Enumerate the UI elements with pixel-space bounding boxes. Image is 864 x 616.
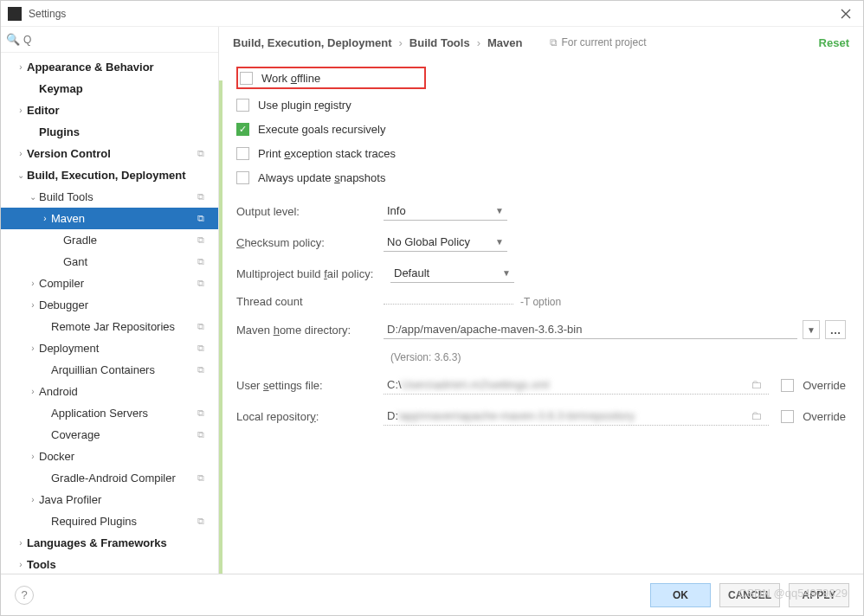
tree-item[interactable]: ›Deployment⧉ [1,337,218,359]
chevron-right-icon: › [15,62,27,72]
tree-item-label: Gradle [63,234,197,247]
local-repo-override[interactable]: Override [781,410,846,423]
user-settings-label: User settings file: [236,379,384,392]
tree-item[interactable]: ›Version Control⧉ [1,143,218,164]
folder-icon[interactable]: 🗀 [751,378,762,391]
checksum-label: Checksum policy: [236,236,384,249]
breadcrumb[interactable]: Maven [487,36,522,49]
modified-indicator [219,80,222,574]
plugin-registry-checkbox[interactable] [236,99,249,112]
work-offline-label: Work offline [261,72,320,85]
chevron-right-icon: › [27,495,39,504]
breadcrumb[interactable]: Build Tools [409,36,470,49]
close-button[interactable] [835,3,856,24]
chevron-right-icon: › [398,36,402,49]
tree-item-label: Keymap [39,82,218,95]
tree-item-label: Docker [39,450,218,463]
thread-count-label: Thread count [236,295,384,308]
user-settings-value: C:\ [387,378,402,391]
reset-link[interactable]: Reset [819,36,849,49]
tree-item[interactable]: ›Editor [1,99,218,121]
tree-item[interactable]: Coverage⧉ [1,424,218,446]
chevron-right-icon: › [15,106,27,115]
copy-icon: ⧉ [197,256,213,267]
search-bar[interactable]: 🔍 [1,27,218,53]
maven-home-browse-button[interactable]: … [825,320,846,339]
chevron-down-icon: ⌄ [15,170,27,180]
tree-item[interactable]: ›Maven⧉ [1,208,218,229]
search-input[interactable] [23,34,213,46]
folder-icon[interactable]: 🗀 [751,409,762,422]
local-repo-input[interactable]: D: \app\maven\apache-maven-3.6.3-bin\rep… [384,407,769,426]
apply-button[interactable]: APPLY [789,583,849,607]
tree-item[interactable]: ›Android [1,381,218,402]
tree-item-label: Gradle-Android Compiler [51,472,197,484]
tree-item[interactable]: ›Java Profiler [1,489,218,510]
tree-item[interactable]: Plugins [1,121,218,143]
tree-item[interactable]: ›Compiler⧉ [1,273,218,294]
tree-item[interactable]: Required Plugins⧉ [1,510,218,532]
chevron-right-icon: › [15,538,27,548]
thread-count-input[interactable] [384,298,513,305]
tree-item-label: Editor [27,104,218,117]
multiproject-select[interactable]: Default ▼ [390,264,514,283]
button-bar: ? OK CANCEL APPLY [1,574,863,615]
help-button[interactable]: ? [15,586,34,605]
print-exception-checkbox[interactable] [236,147,249,160]
copy-icon: ⧉ [197,472,213,484]
always-update-checkbox[interactable] [236,171,249,184]
execute-recursive-label: Execute goals recursively [258,123,385,136]
tree-item[interactable]: ›Docker [1,446,218,467]
tree-item[interactable]: ⌄Build Tools⧉ [1,186,218,208]
output-level-value: Info [387,204,406,217]
copy-icon: ⧉ [197,148,213,159]
project-scope-badge: ⧉ For current project [550,36,646,48]
breadcrumb-row: Build, Execution, Deployment › Build Too… [219,27,863,58]
tree-item[interactable]: Gradle-Android Compiler⧉ [1,467,218,489]
tree-item[interactable]: ›Tools [1,554,218,574]
copy-icon: ⧉ [197,364,213,375]
tree-item[interactable]: Gant⧉ [1,251,218,273]
close-icon [841,9,851,19]
output-level-select[interactable]: Info ▼ [384,202,507,221]
override-checkbox[interactable] [781,410,794,423]
copy-icon: ⧉ [197,407,213,419]
chevron-right-icon: › [477,36,480,49]
tree-item-label: Appearance & Behavior [27,61,218,74]
execute-recursive-checkbox[interactable]: ✓ [236,123,249,136]
tree-item[interactable]: ›Debugger [1,294,218,316]
tree-item[interactable]: ⌄Build, Execution, Deployment [1,164,218,186]
tree-item[interactable]: ›Appearance & Behavior [1,56,218,78]
chevron-down-icon: ▼ [495,237,504,247]
print-exception-label: Print exception stack traces [258,147,396,160]
maven-home-dropdown[interactable]: ▼ [803,320,820,339]
cancel-button[interactable]: CANCEL [719,583,780,607]
tree-item[interactable]: Remote Jar Repositories⧉ [1,316,218,337]
output-level-label: Output level: [236,205,384,218]
form-area: Work offline Use plugin registry ✓ Execu… [219,58,863,574]
ok-button[interactable]: OK [650,583,711,607]
chevron-right-icon: › [27,387,39,396]
tree-item[interactable]: Keymap [1,78,218,99]
tree-item-label: Maven [51,212,197,225]
tree-item-label: Java Profiler [39,493,218,506]
tree-item[interactable]: Arquillian Containers⧉ [1,359,218,381]
window-title: Settings [29,8,835,20]
user-settings-override[interactable]: Override [781,379,846,392]
multiproject-label: Multiproject build fail policy: [236,267,390,280]
maven-home-input[interactable]: D:/app/maven/apache-maven-3.6.3-bin [384,320,797,339]
work-offline-checkbox[interactable] [240,72,253,85]
breadcrumb[interactable]: Build, Execution, Deployment [233,36,391,49]
tree-item[interactable]: Gradle⧉ [1,229,218,251]
local-repo-value: D: [387,409,398,422]
tree-item[interactable]: ›Languages & Frameworks [1,532,218,554]
chevron-right-icon: › [15,149,27,158]
override-checkbox[interactable] [781,379,794,392]
tree-item[interactable]: Application Servers⧉ [1,402,218,424]
tree-item-label: Gant [63,255,197,268]
user-settings-input[interactable]: C:\ Users\admin\.m2\settings.xml 🗀 [384,375,769,395]
settings-dialog: Settings 🔍 ›Appearance & BehaviorKeymap›… [0,0,864,616]
local-repo-label: Local repository: [236,410,384,423]
checksum-select[interactable]: No Global Policy ▼ [384,233,507,252]
tree-item-label: Languages & Frameworks [27,536,218,549]
